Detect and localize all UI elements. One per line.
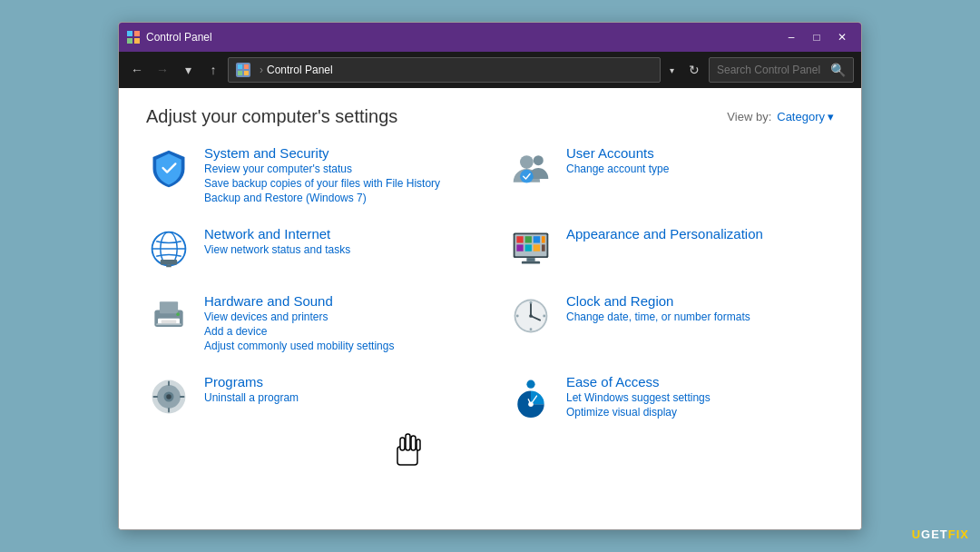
network-title[interactable]: Network and Internet	[204, 226, 350, 242]
view-by-label: View by:	[727, 110, 771, 123]
svg-rect-47	[168, 381, 170, 387]
svg-rect-25	[542, 244, 545, 251]
access-icon	[508, 374, 554, 419]
clock-icon	[508, 293, 554, 339]
appearance-content: Appearance and Personalization	[566, 226, 763, 242]
system-security-title[interactable]: System and Security	[204, 145, 440, 161]
svg-rect-24	[534, 244, 540, 251]
system-security-content: System and Security Review your computer…	[204, 145, 440, 204]
programs-title[interactable]: Programs	[204, 374, 299, 389]
programs-icon	[146, 374, 191, 419]
path-separator: ›	[260, 64, 263, 76]
category-user-accounts: User Accounts Change account type	[508, 145, 834, 204]
user-accounts-title[interactable]: User Accounts	[566, 145, 669, 161]
categories-grid: System and Security Review your computer…	[146, 145, 834, 419]
path-icon	[236, 63, 250, 77]
access-link-2[interactable]: Optimize visual display	[566, 406, 710, 419]
programs-content: Programs Uninstall a program	[204, 374, 299, 404]
user-accounts-link-1[interactable]: Change account type	[566, 163, 669, 175]
clock-title[interactable]: Clock and Region	[566, 293, 750, 309]
network-content: Network and Internet View network status…	[204, 226, 350, 256]
main-content: Adjust your computer's settings View by:…	[119, 88, 861, 529]
forward-button[interactable]: →	[152, 59, 173, 81]
svg-rect-30	[160, 301, 178, 313]
network-link-1[interactable]: View network status and tasks	[204, 243, 350, 256]
view-by-value[interactable]: Category ▾	[777, 110, 834, 123]
page-header: Adjust your computer's settings View by:…	[146, 106, 834, 127]
svg-point-39	[530, 301, 533, 304]
svg-point-42	[543, 315, 545, 318]
view-by-control: View by: Category ▾	[727, 110, 834, 123]
app-icon	[126, 30, 141, 44]
category-network: Network and Internet View network status…	[146, 226, 472, 271]
svg-point-9	[534, 155, 544, 165]
svg-rect-6	[238, 71, 242, 75]
svg-rect-15	[166, 264, 172, 267]
svg-rect-49	[153, 396, 159, 398]
hardware-link-2[interactable]: Add a device	[204, 325, 394, 338]
system-security-link-1[interactable]: Review your computer's status	[204, 163, 440, 175]
access-content: Ease of Access Let Windows suggest setti…	[566, 374, 710, 419]
svg-rect-27	[522, 261, 540, 264]
user-accounts-content: User Accounts Change account type	[566, 145, 669, 175]
hardware-link-3[interactable]: Adjust commonly used mobility settings	[204, 340, 394, 352]
close-button[interactable]: ✕	[830, 28, 854, 46]
svg-rect-18	[516, 236, 523, 242]
up-button[interactable]: ↑	[202, 59, 224, 81]
minimize-button[interactable]: –	[779, 28, 803, 46]
svg-rect-50	[180, 396, 185, 398]
svg-rect-19	[525, 236, 532, 242]
svg-rect-20	[534, 236, 540, 242]
search-box[interactable]: 🔍	[709, 57, 854, 83]
page-title: Adjust your computer's settings	[146, 106, 397, 127]
svg-rect-3	[134, 38, 140, 44]
svg-point-46	[166, 394, 172, 399]
svg-rect-31	[162, 320, 177, 324]
hardware-content: Hardware and Sound View devices and prin…	[204, 293, 394, 352]
svg-rect-2	[127, 38, 132, 44]
user-accounts-icon	[508, 145, 554, 191]
search-button[interactable]: 🔍	[830, 63, 846, 77]
svg-rect-7	[244, 71, 249, 75]
svg-point-41	[516, 315, 519, 318]
control-panel-window: Control Panel – □ ✕ ← → ▾ ↑ › Control Pa…	[118, 22, 862, 530]
path-dropdown-button[interactable]: ▾	[664, 65, 680, 75]
svg-rect-22	[516, 244, 523, 251]
window-controls: – □ ✕	[779, 28, 854, 46]
search-input[interactable]	[717, 64, 830, 76]
hardware-icon	[146, 293, 191, 339]
refresh-button[interactable]: ↻	[683, 59, 705, 81]
appearance-icon	[508, 226, 554, 271]
programs-link-1[interactable]: Uninstall a program	[204, 391, 299, 404]
window-title: Control Panel	[146, 31, 779, 44]
access-link-1[interactable]: Let Windows suggest settings	[566, 391, 710, 404]
dropdown-button[interactable]: ▾	[177, 59, 199, 81]
system-security-link-3[interactable]: Backup and Restore (Windows 7)	[204, 192, 440, 204]
system-security-icon	[146, 145, 191, 191]
maximize-button[interactable]: □	[805, 28, 828, 46]
svg-point-32	[176, 312, 180, 316]
system-security-link-2[interactable]: Save backup copies of your files with Fi…	[204, 177, 440, 190]
svg-rect-21	[542, 236, 545, 242]
svg-rect-1	[134, 31, 140, 36]
back-button[interactable]: ←	[126, 59, 148, 81]
svg-point-8	[520, 155, 534, 169]
svg-point-40	[530, 328, 533, 330]
svg-point-51	[526, 380, 534, 389]
path-text: Control Panel	[267, 64, 333, 76]
category-hardware: Hardware and Sound View devices and prin…	[146, 293, 472, 352]
access-title[interactable]: Ease of Access	[566, 374, 710, 389]
hardware-link-1[interactable]: View devices and printers	[204, 310, 394, 323]
svg-rect-26	[526, 258, 534, 261]
clock-link-1[interactable]: Change date, time, or number formats	[566, 310, 750, 323]
network-icon	[146, 226, 191, 271]
svg-point-10	[520, 170, 534, 183]
category-access: Ease of Access Let Windows suggest setti…	[508, 374, 834, 419]
svg-rect-5	[244, 64, 249, 69]
svg-rect-23	[525, 244, 532, 251]
address-path[interactable]: › Control Panel	[228, 57, 661, 83]
category-clock: Clock and Region Change date, time, or n…	[508, 293, 834, 352]
clock-content: Clock and Region Change date, time, or n…	[566, 293, 750, 323]
hardware-title[interactable]: Hardware and Sound	[204, 293, 394, 309]
appearance-title[interactable]: Appearance and Personalization	[566, 226, 763, 242]
